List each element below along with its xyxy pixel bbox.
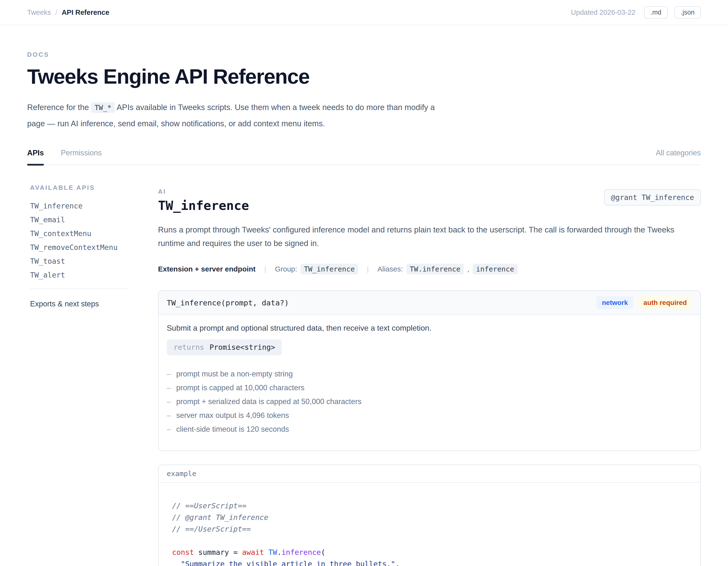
breadcrumb-separator: / <box>55 8 57 16</box>
example-card-header: example <box>158 465 700 483</box>
tab-bar: APIs Permissions All categories <box>27 149 701 165</box>
constraint-list: –prompt must be a non-empty string –prom… <box>167 370 692 433</box>
signature-card: TW_inference(prompt, data?) network auth… <box>158 290 701 451</box>
returns-type: Promise<string> <box>209 343 275 351</box>
export-md-button[interactable]: .md <box>644 6 668 19</box>
sidebar-divider <box>30 288 129 289</box>
content-layout: AVAILABLE APIS TW_inference TW_email TW_… <box>27 184 701 566</box>
sidebar-item-tw-email[interactable]: TW_email <box>30 215 65 224</box>
signature-summary: Submit a prompt and optional structured … <box>167 323 692 333</box>
sidebar-item-tw-toast[interactable]: TW_toast <box>30 257 65 265</box>
tab-permissions[interactable]: Permissions <box>61 149 102 165</box>
breadcrumb-current: API Reference <box>62 8 109 16</box>
meta-separator: | <box>264 265 266 273</box>
dash-bullet: – <box>167 398 171 406</box>
sidebar-list: TW_inference TW_email TW_contextMenu TW_… <box>30 202 129 279</box>
list-item: TW_removeContextMenu <box>30 244 129 251</box>
constraint-text: prompt is capped at 10,000 characters <box>176 384 304 392</box>
alias-chip-1: TW.inference <box>406 264 464 274</box>
list-item: TW_toast <box>30 257 129 265</box>
api-name-heading: TW_inference <box>158 199 249 212</box>
group-label: Group: <box>275 265 297 273</box>
api-description: Runs a prompt through Tweeks' configured… <box>158 223 701 250</box>
list-item: –prompt + serialized data is capped at 5… <box>167 398 692 406</box>
page-intro: Reference for the TW_* APIs available in… <box>27 99 451 132</box>
list-item: –client-side timeout is 120 seconds <box>167 425 692 433</box>
breadcrumb-root-link[interactable]: Tweeks <box>27 8 51 16</box>
sidebar-item-tw-contextmenu[interactable]: TW_contextMenu <box>30 229 91 238</box>
aliases-label: Aliases: <box>377 265 403 273</box>
function-signature: TW_inference(prompt, data?) <box>167 298 289 307</box>
endpoint-type: Extension + server endpoint <box>158 265 256 273</box>
dash-bullet: – <box>167 370 171 378</box>
list-item: –prompt must be a non-empty string <box>167 370 692 378</box>
signature-card-header: TW_inference(prompt, data?) network auth… <box>158 291 700 315</box>
api-title-block: AI TW_inference <box>158 188 249 212</box>
sidebar-item-tw-removecontextmenu[interactable]: TW_removeContextMenu <box>30 243 118 252</box>
constraint-text: prompt + serialized data is capped at 50… <box>176 398 361 406</box>
returns-label: returns <box>174 343 204 351</box>
dash-bullet: – <box>167 411 171 420</box>
sidebar: AVAILABLE APIS TW_inference TW_email TW_… <box>27 184 129 566</box>
example-code-block: // ==UserScript==// @grant TW_inference/… <box>158 483 700 566</box>
constraint-text: client-side timeout is 120 seconds <box>176 425 289 433</box>
docs-eyebrow: DOCS <box>27 51 701 58</box>
signature-card-body: Submit a prompt and optional structured … <box>158 315 700 451</box>
page-container: DOCS Tweeks Engine API Reference Referen… <box>0 51 728 566</box>
sidebar-item-exports-next-steps[interactable]: Exports & next steps <box>30 300 129 308</box>
constraint-text: prompt must be a non-empty string <box>176 370 293 378</box>
page-title: Tweeks Engine API Reference <box>27 65 701 88</box>
sidebar-item-tw-alert[interactable]: TW_alert <box>30 271 65 279</box>
breadcrumb: Tweeks / API Reference <box>27 8 109 16</box>
intro-text-before: Reference for the <box>27 103 89 112</box>
tab-apis[interactable]: APIs <box>27 149 44 165</box>
example-label: example <box>167 470 196 478</box>
all-categories-link[interactable]: All categories <box>656 149 701 157</box>
list-item: TW_email <box>30 216 129 223</box>
example-card: example // ==UserScript==// @grant TW_in… <box>158 465 701 566</box>
constraint-text: server max output is 4,096 tokens <box>176 411 289 420</box>
group-meta: Group: TW_inference <box>275 264 358 274</box>
dash-bullet: – <box>167 425 171 433</box>
list-item: –prompt is capped at 10,000 characters <box>167 384 692 392</box>
alias-chip-2: inference <box>473 264 517 274</box>
api-header-row: AI TW_inference @grant TW_inference <box>158 188 701 212</box>
signature-badges: network auth required <box>597 296 692 309</box>
network-badge: network <box>597 296 633 309</box>
list-item: TW_inference <box>30 202 129 210</box>
sidebar-section-label: AVAILABLE APIS <box>30 184 129 191</box>
updated-timestamp: Updated 2026-03-22 <box>571 8 635 16</box>
aliases-meta: Aliases: TW.inference , inference <box>377 264 517 274</box>
list-item: TW_alert <box>30 271 129 279</box>
returns-chip: returns Promise<string> <box>167 339 282 355</box>
group-value-chip: TW_inference <box>301 264 358 274</box>
meta-separator: | <box>367 265 369 273</box>
topbar-right: Updated 2026-03-22 .md .json <box>571 6 701 19</box>
sidebar-item-tw-inference[interactable]: TW_inference <box>30 202 83 210</box>
main-content: AI TW_inference @grant TW_inference Runs… <box>158 184 701 566</box>
export-json-button[interactable]: .json <box>674 6 701 19</box>
list-item: TW_contextMenu <box>30 230 129 237</box>
api-category-eyebrow: AI <box>158 188 249 195</box>
auth-required-badge: auth required <box>638 296 692 309</box>
grant-badge: @grant TW_inference <box>604 189 701 206</box>
list-item: –server max output is 4,096 tokens <box>167 411 692 420</box>
dash-bullet: – <box>167 384 171 392</box>
api-meta-row: Extension + server endpoint | Group: TW_… <box>158 264 701 274</box>
topbar: Tweeks / API Reference Updated 2026-03-2… <box>0 0 728 25</box>
alias-comma: , <box>467 265 469 273</box>
intro-code-chip: TW_* <box>91 102 115 113</box>
